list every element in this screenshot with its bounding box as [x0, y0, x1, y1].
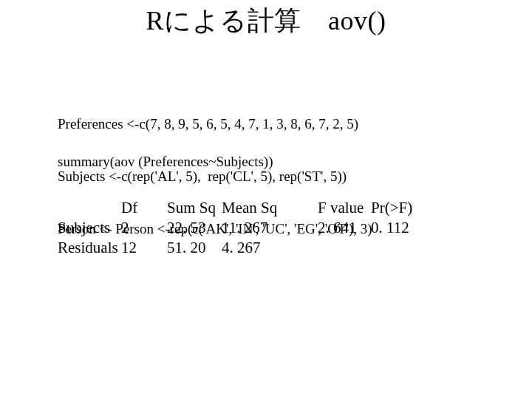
code-line-1: Preferences <-c(7, 8, 9, 5, 6, 5, 4, 7, … [58, 115, 372, 133]
table-row: Residuals 12 51. 20 4. 267 [58, 238, 423, 258]
header-df: Df [121, 198, 167, 218]
row-prf: 0. 112 [371, 218, 423, 238]
header-fvalue: F value [318, 198, 371, 218]
row-meansq: 11. 267 [222, 218, 318, 238]
header-meansq: Mean Sq [222, 198, 318, 218]
header-blank [58, 198, 121, 218]
slide-title: Rによる計算 aov() [0, 3, 532, 39]
table-header-row: Df Sum Sq Mean Sq F value Pr(>F) [58, 198, 423, 218]
row-prf [371, 238, 423, 258]
row-sumsq: 51. 20 [167, 238, 222, 258]
table-row: Subjects 2 22. 53 11. 267 2. 641 0. 112 [58, 218, 423, 238]
row-meansq: 4. 267 [222, 238, 318, 258]
row-label: Subjects [58, 218, 121, 238]
row-df: 2 [121, 218, 167, 238]
code-line-2: Subjects <-c(rep('AL', 5), rep('CL', 5),… [58, 168, 372, 185]
row-df: 12 [121, 238, 167, 258]
header-prf: Pr(>F) [371, 198, 423, 218]
anova-table: Df Sum Sq Mean Sq F value Pr(>F) Subject… [58, 198, 423, 258]
summary-call: summary(aov (Preferences~Subjects)) [58, 154, 273, 170]
row-sumsq: 22. 53 [167, 218, 222, 238]
row-label: Residuals [58, 238, 121, 258]
row-fvalue: 2. 641 [318, 218, 371, 238]
row-fvalue [318, 238, 371, 258]
header-sumsq: Sum Sq [167, 198, 222, 218]
slide: Rによる計算 aov() Preferences <-c(7, 8, 9, 5,… [0, 0, 532, 399]
